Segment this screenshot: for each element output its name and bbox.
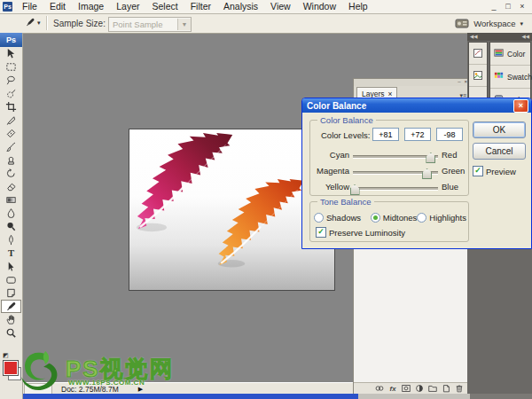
tab-close-icon[interactable]: × [388, 90, 393, 98]
workspace-label: Workspace [473, 19, 515, 28]
document-size-info: Doc: 2.75M/8.7M [61, 385, 119, 394]
menu-layer[interactable]: Layer [110, 0, 145, 13]
menu-items: FileEditImageLayerSelectFilterAnalysisVi… [16, 0, 374, 13]
menu-help[interactable]: Help [342, 0, 374, 13]
radio-highlights[interactable]: Highlights [417, 213, 466, 223]
tool-brush-button[interactable] [1, 140, 21, 153]
dropdown-arrow-icon: ▼ [177, 19, 191, 30]
sample-size-select[interactable]: Point Sample ▼ [108, 17, 192, 32]
tool-history-brush-button[interactable] [1, 167, 21, 180]
menu-edit[interactable]: Edit [43, 0, 72, 13]
bottom-strip [0, 394, 358, 399]
svg-text:fx: fx [390, 385, 397, 393]
photoshop-window: Ps FileEditImageLayerSelectFilterAnalysi… [0, 0, 532, 399]
dock-icon-b[interactable] [469, 65, 487, 87]
color-level-input-1[interactable] [372, 128, 399, 141]
group-title: Color Balance [317, 115, 376, 125]
sample-size-label: Sample Size: [53, 19, 106, 28]
status-bar: Doc: 2.75M/8.7M ▶ [22, 382, 353, 395]
dock-panel-color[interactable]: Color [490, 43, 530, 66]
preserve-luminosity-checkbox[interactable]: ✓ Preserve Luminosity [316, 227, 405, 238]
color-balance-group: Color Balance Color Levels: CyanRedMagen… [309, 120, 469, 196]
dialog-body: Color Balance Color Levels: CyanRedMagen… [302, 113, 531, 248]
slider-thumb[interactable] [422, 168, 432, 179]
checkbox-icon: ✓ [316, 227, 326, 238]
tool-crop-button[interactable] [1, 100, 21, 113]
ok-button[interactable]: OK [473, 121, 526, 138]
options-bar: ▾ Sample Size: Point Sample ▼ Workspace … [0, 14, 532, 34]
menu-window[interactable]: Window [297, 0, 342, 13]
panel-minimize-icon[interactable]: ‒ [458, 79, 460, 86]
bottom-strip [358, 394, 470, 399]
swap-colors-icon[interactable]: ◩ [3, 352, 9, 359]
slider-thumb[interactable] [426, 153, 435, 163]
color-level-input-2[interactable] [404, 128, 431, 141]
tone-balance-group: Tone Balance ShadowsMidtonesHighlights ✓… [309, 201, 469, 242]
tool-gradient-button[interactable] [1, 193, 21, 207]
sample-size-value: Point Sample [109, 20, 177, 29]
status-flyout-icon[interactable]: ▶ [138, 386, 143, 393]
tool-zoom-button[interactable] [1, 326, 21, 340]
tool-pen-button[interactable] [1, 233, 21, 246]
collapse-dock-icon[interactable]: ◀◀ [470, 33, 477, 41]
tool-lasso-button[interactable] [1, 74, 21, 87]
slider-thumb[interactable] [350, 184, 360, 195]
close-icon[interactable]: × [513, 99, 528, 113]
tool-rectangular-marquee-button[interactable] [1, 60, 21, 74]
color-levels-label: Color Levels: [321, 130, 370, 140]
radio-icon [314, 213, 324, 223]
slider-track[interactable] [353, 187, 438, 191]
cancel-button[interactable]: Cancel [473, 143, 526, 160]
collapse-dock-icon[interactable]: ◀◀ [522, 33, 529, 41]
dock-icon-a[interactable] [469, 43, 487, 65]
radio-icon [371, 213, 380, 223]
tool-eyedropper-button[interactable] [1, 300, 21, 313]
tool-move-button[interactable] [1, 47, 21, 60]
tools-palette: Ps T ◩ [0, 33, 23, 399]
group-title: Tone Balance [317, 197, 374, 207]
radio-shadows[interactable]: Shadows [314, 213, 371, 223]
tool-hand-button[interactable] [1, 313, 21, 326]
tool-eraser-button[interactable] [1, 180, 21, 193]
tool-type-button[interactable]: T [1, 246, 21, 260]
maximize-window-icon[interactable]: □ [504, 1, 512, 12]
tool-healing-brush-button[interactable] [1, 127, 21, 140]
tool-notes-button[interactable] [1, 286, 21, 300]
menu-view[interactable]: View [264, 0, 297, 13]
bottom-strip [470, 394, 532, 399]
feather-orange-image [216, 176, 307, 273]
divider [46, 16, 47, 30]
radio-icon [417, 213, 426, 223]
menu-image[interactable]: Image [72, 0, 110, 13]
dock-header: ◀◀ ◀◀ [467, 33, 532, 41]
bridge-icon [455, 18, 469, 30]
menu-file[interactable]: File [16, 0, 43, 13]
layers-panel-mini-controls: ‒× [354, 79, 470, 86]
preview-checkbox[interactable]: ✓ Preview [473, 166, 516, 176]
tool-shape-button[interactable] [1, 273, 21, 286]
close-window-icon[interactable]: × [518, 1, 527, 12]
eyedropper-tool-options[interactable]: ▾ [25, 17, 41, 29]
menu-analysis[interactable]: Analysis [217, 0, 264, 13]
tool-quick-selection-button[interactable] [1, 87, 21, 100]
minimize-window-icon[interactable]: _ [489, 1, 498, 12]
chevron-down-icon: ▾ [37, 20, 41, 27]
checkbox-icon: ✓ [473, 166, 483, 176]
tool-blur-button[interactable] [1, 207, 21, 220]
color-level-input-3[interactable] [436, 128, 463, 141]
menu-select[interactable]: Select [145, 0, 184, 13]
dock-panel-swatches[interactable]: Swatches [490, 66, 530, 89]
color-balance-dialog: Color Balance × Color Balance Color Leve… [301, 98, 532, 249]
dialog-titlebar[interactable]: Color Balance × [302, 98, 531, 113]
tool-path-selection-button[interactable] [1, 260, 21, 273]
workspace-button[interactable]: Workspace ▾ [451, 16, 527, 31]
tool-clone-stamp-button[interactable] [1, 153, 21, 167]
slider-track[interactable] [353, 155, 438, 159]
radio-midtones[interactable]: Midtones [371, 213, 418, 223]
foreground-color-swatch[interactable] [3, 360, 19, 376]
tool-dodge-button[interactable] [1, 220, 21, 233]
app-icon: Ps [3, 2, 12, 12]
slider-cyan-red: CyanRed [310, 149, 468, 161]
tool-slice-button[interactable] [1, 113, 21, 127]
menu-filter[interactable]: Filter [184, 0, 217, 13]
